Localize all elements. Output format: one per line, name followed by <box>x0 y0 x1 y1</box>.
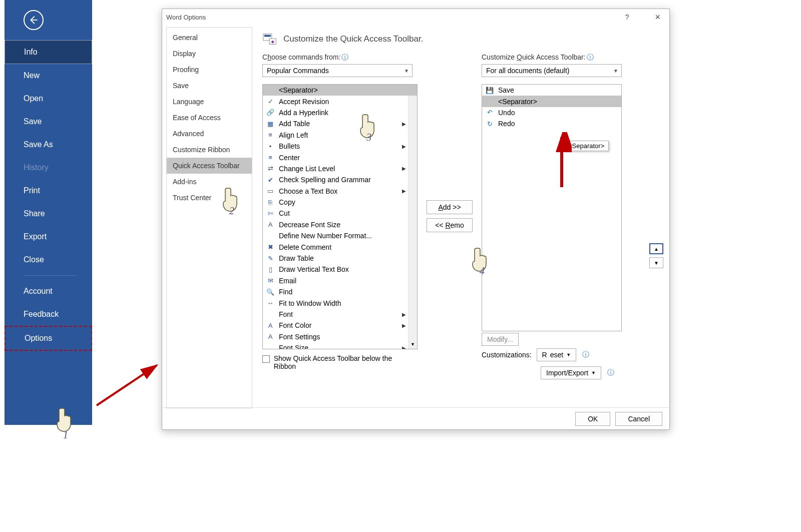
backstage-item-options[interactable]: Options <box>5 326 92 351</box>
dialog-title: Word Options <box>166 14 206 21</box>
command-icon: ≡ <box>266 131 275 140</box>
command-item[interactable]: ✄Cut <box>263 208 417 219</box>
info-icon[interactable]: ⓘ <box>341 53 348 61</box>
command-item[interactable]: 🔍Find <box>263 286 417 297</box>
command-label: Change List Level <box>279 165 335 173</box>
backstage-item-print[interactable]: Print <box>5 179 92 202</box>
modify-button[interactable]: Modify... <box>482 333 519 346</box>
separator-tooltip: <Separator> <box>564 141 609 151</box>
add-button[interactable]: Add >> <box>427 200 473 214</box>
qat-item[interactable]: 💾Save <box>482 85 621 96</box>
move-down-button[interactable]: ▼ <box>649 257 663 268</box>
command-icon: ✉ <box>266 276 275 285</box>
backstage-item-account[interactable]: Account <box>5 280 92 303</box>
help-button[interactable]: ? <box>622 13 632 21</box>
heading-text: Customize the Quick Access Toolbar. <box>283 34 423 44</box>
backstage-item-export[interactable]: Export <box>5 225 92 248</box>
command-item[interactable]: Define New Number Format... <box>263 230 417 241</box>
command-label: Add a Hyperlink <box>279 109 328 117</box>
command-item[interactable]: ↔Fit to Window Width <box>263 297 417 308</box>
chevron-down-icon: ▼ <box>613 68 618 74</box>
category-ease-of-access[interactable]: Ease of Access <box>167 110 252 126</box>
command-item[interactable]: ⎘Copy <box>263 197 417 208</box>
command-item[interactable]: ✓Accept Revision <box>263 96 417 107</box>
command-label: Define New Number Format... <box>279 232 372 240</box>
category-save[interactable]: Save <box>167 78 252 94</box>
back-button[interactable] <box>24 10 44 30</box>
backstage-item-history[interactable]: History <box>5 156 92 179</box>
qat-item-label: Undo <box>498 109 515 117</box>
info-icon[interactable]: ⓘ <box>587 53 594 61</box>
move-up-button[interactable]: ▲ <box>649 243 663 254</box>
command-item[interactable]: ≡Center <box>263 152 417 163</box>
backstage-item-new[interactable]: New <box>5 64 92 87</box>
command-item[interactable]: ✉Email <box>263 275 417 286</box>
command-item[interactable]: ✎Draw Table <box>263 253 417 264</box>
show-below-ribbon-checkbox[interactable] <box>262 355 270 363</box>
svg-rect-2 <box>264 35 271 37</box>
category-trust-center[interactable]: Trust Center <box>167 190 252 206</box>
category-add-ins[interactable]: Add-ins <box>167 174 252 190</box>
submenu-icon: ▶ <box>402 144 406 149</box>
category-proofing[interactable]: Proofing <box>167 62 252 78</box>
category-customize-ribbon[interactable]: Customize Ribbon <box>167 142 252 158</box>
command-icon <box>266 231 275 240</box>
category-display[interactable]: Display <box>167 46 252 62</box>
command-label: Center <box>279 154 300 162</box>
reset-button[interactable]: Reset ▼ <box>537 348 577 361</box>
info-icon[interactable]: ⓘ <box>582 350 589 359</box>
backstage-item-feedback[interactable]: Feedback <box>5 303 92 326</box>
command-item[interactable]: ▦Add Table▶ <box>263 118 417 129</box>
close-button[interactable]: × <box>652 12 663 23</box>
command-item[interactable]: ▭Choose a Text Box▶ <box>263 186 417 197</box>
command-item[interactable]: •Bullets▶ <box>263 141 417 152</box>
category-advanced[interactable]: Advanced <box>167 126 252 142</box>
choose-commands-dropdown[interactable]: Popular Commands▼ <box>262 64 413 77</box>
chevron-down-icon: ▼ <box>404 68 409 74</box>
show-below-ribbon-label: Show Quick Access Toolbar below the Ribb… <box>274 354 413 370</box>
command-item[interactable]: ≡Align Left <box>263 130 417 141</box>
command-item[interactable]: ⇄Change List Level▶ <box>263 163 417 174</box>
qat-listbox[interactable]: 💾Save<Separator>↶Undo↻Redo <box>482 84 622 331</box>
backstage-item-share[interactable]: Share <box>5 202 92 225</box>
command-icon: ✖ <box>266 243 275 252</box>
command-item[interactable]: ✔Check Spelling and Grammar <box>263 174 417 185</box>
backstage-item-save-as[interactable]: Save As <box>5 133 92 156</box>
command-label: Add Table <box>279 120 310 128</box>
arrow-left-icon <box>28 15 39 26</box>
command-item[interactable]: ✖Delete Comment <box>263 241 417 252</box>
category-list: GeneralDisplayProofingSaveLanguageEase o… <box>166 27 252 408</box>
command-icon: A <box>266 321 275 330</box>
command-label: Align Left <box>279 131 308 139</box>
import-export-button[interactable]: Import/Export ▼ <box>541 366 601 379</box>
qat-item[interactable]: ↶Undo <box>482 107 621 118</box>
qat-item[interactable]: <Separator> <box>482 96 621 107</box>
command-item[interactable]: ▯Draw Vertical Text Box <box>263 264 417 275</box>
backstage-item-save[interactable]: Save <box>5 110 92 133</box>
command-icon: ▯ <box>266 265 275 274</box>
ok-button[interactable]: OK <box>575 412 610 426</box>
command-item[interactable]: Font▶ <box>263 309 417 320</box>
command-item[interactable]: 🔗Add a Hyperlink <box>263 107 417 118</box>
commands-listbox[interactable]: ▲ ▼ <Separator>✓Accept Revision🔗Add a Hy… <box>262 84 418 349</box>
backstage-item-info[interactable]: Info <box>5 40 92 64</box>
backstage-item-open[interactable]: Open <box>5 87 92 110</box>
command-item[interactable]: ADecrease Font Size <box>263 219 417 230</box>
category-quick-access-toolbar[interactable]: Quick Access Toolbar <box>167 158 252 174</box>
command-item[interactable]: AFont Settings <box>263 331 417 342</box>
qat-item-icon: ↻ <box>485 119 494 128</box>
dialog-main: Customize the Quick Access Toolbar. Choo… <box>252 23 669 408</box>
command-label: Draw Vertical Text Box <box>279 265 349 273</box>
command-item[interactable]: AFont Color▶ <box>263 320 417 331</box>
remove-button[interactable]: << Remo <box>427 218 473 232</box>
command-item[interactable]: Font Size▶ <box>263 342 417 349</box>
backstage-item-close[interactable]: Close <box>5 248 92 271</box>
customize-qat-dropdown[interactable]: For all documents (default)▼ <box>482 64 622 77</box>
category-language[interactable]: Language <box>167 94 252 110</box>
cancel-button[interactable]: Cancel <box>615 412 662 426</box>
info-icon[interactable]: ⓘ <box>607 368 614 377</box>
qat-item[interactable]: ↻Redo <box>482 118 621 129</box>
category-general[interactable]: General <box>167 30 252 46</box>
command-label: Choose a Text Box <box>279 187 337 195</box>
command-item[interactable]: <Separator> <box>263 85 417 96</box>
